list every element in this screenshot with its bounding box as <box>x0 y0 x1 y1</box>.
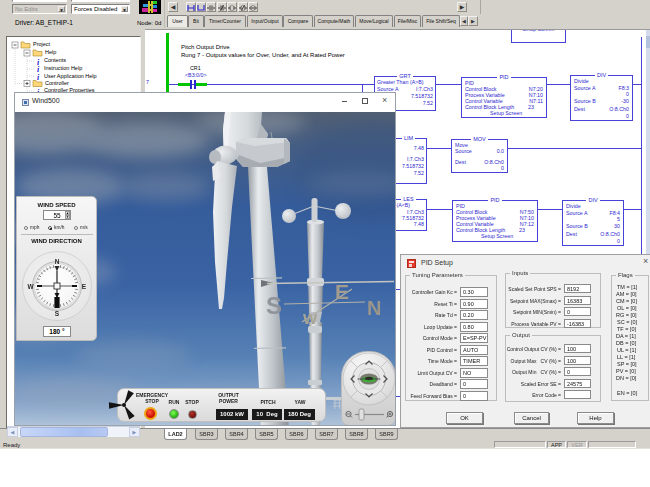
svg-text:S: S <box>55 310 60 317</box>
svg-text:E: E <box>335 280 349 303</box>
svg-text:E: E <box>82 283 87 290</box>
svg-text:W: W <box>27 283 34 290</box>
svg-text:N: N <box>55 258 60 265</box>
svg-text:W: W <box>303 310 318 327</box>
svg-text:S: S <box>266 292 282 319</box>
svg-text:i: i <box>37 73 40 82</box>
